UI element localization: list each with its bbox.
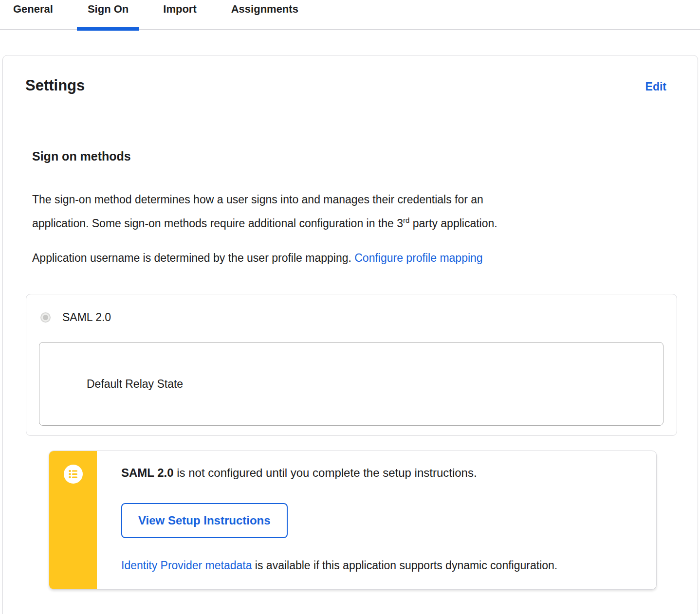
saml-radio-label: SAML 2.0	[62, 310, 111, 324]
sign-on-description: The sign-on method determines how a user…	[32, 188, 677, 235]
saml-radio-button[interactable]	[40, 312, 51, 323]
tab-assignments[interactable]: Assignments	[221, 3, 309, 16]
warning-banner-body: SAML 2.0 is not configured until you com…	[97, 451, 577, 589]
view-setup-instructions-button[interactable]: View Setup Instructions	[121, 503, 288, 538]
page-title: Settings	[25, 77, 85, 94]
sign-on-methods-heading: Sign on methods	[32, 149, 677, 163]
tab-import[interactable]: Import	[152, 3, 207, 16]
edit-link[interactable]: Edit	[645, 80, 666, 93]
settings-card: Settings Edit Sign on methods The sign-o…	[2, 55, 698, 614]
ordinal-suffix: rd	[403, 216, 409, 224]
default-relay-state-label: Default Relay State	[87, 378, 183, 391]
description-line-1: The sign-on method determines how a user…	[32, 188, 677, 212]
warning-highlight: SAML 2.0	[121, 466, 174, 479]
sign-on-content: SAML 2.0 Default Relay State	[26, 294, 677, 590]
saml-method-box: SAML 2.0 Default Relay State	[26, 294, 677, 436]
saml-warning-banner: SAML 2.0 is not configured until you com…	[49, 451, 657, 590]
warning-message: SAML 2.0 is not configured until you com…	[121, 466, 557, 480]
tab-sign-on[interactable]: Sign On	[77, 3, 139, 16]
saml-radio-row: SAML 2.0	[26, 310, 677, 324]
sign-on-methods-section: Sign on methods The sign-on method deter…	[3, 149, 698, 270]
username-mapping-text: Application username is determined by th…	[32, 246, 677, 270]
identity-provider-metadata-link[interactable]: Identity Provider metadata	[121, 559, 252, 572]
list-icon	[64, 465, 83, 486]
warning-accent-bar	[49, 451, 97, 589]
configure-profile-mapping-link[interactable]: Configure profile mapping	[354, 252, 482, 264]
tab-general[interactable]: General	[2, 3, 64, 16]
settings-header: Settings Edit	[3, 55, 698, 94]
metadata-line: Identity Provider metadata is available …	[121, 559, 557, 572]
app-tabbar: General Sign On Import Assignments	[0, 0, 700, 30]
default-relay-state-box: Default Relay State	[39, 342, 663, 426]
description-line-2: application. Some sign-on methods requir…	[32, 212, 677, 235]
